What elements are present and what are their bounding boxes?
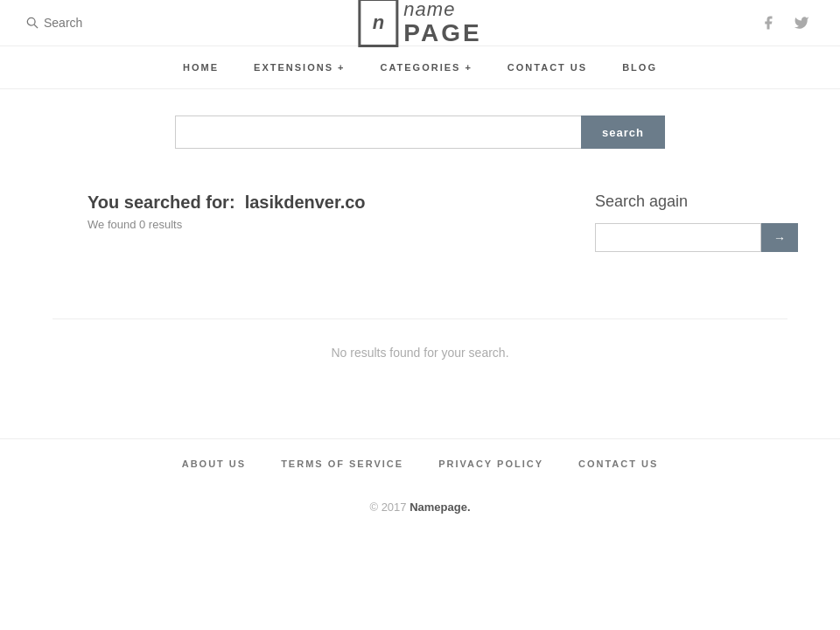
- social-links: [756, 10, 814, 35]
- search-label: Search: [44, 16, 82, 30]
- footer-nav-privacy[interactable]: PRIVACY POLICY: [438, 458, 543, 469]
- svg-point-0: [27, 18, 35, 25]
- logo-text: name PAGE: [403, 0, 481, 46]
- no-results-message: No results found for your search.: [52, 319, 788, 368]
- site-header: Search n name PAGE: [0, 0, 840, 46]
- you-searched-text: You searched for: lasikdenver.co: [88, 192, 560, 213]
- results-count: We found 0 results: [88, 218, 560, 231]
- search-again-button[interactable]: →: [761, 223, 798, 252]
- main-content: You searched for: lasikdenver.co We foun…: [18, 175, 822, 368]
- copyright-text: © 2017: [369, 500, 410, 514]
- facebook-icon[interactable]: [756, 10, 780, 35]
- search-again-bar: →: [595, 223, 752, 252]
- search-bar: search: [175, 116, 665, 149]
- nav-item-home[interactable]: HOME: [183, 62, 219, 73]
- search-result-left: You searched for: lasikdenver.co We foun…: [88, 192, 560, 266]
- search-section: search: [0, 89, 840, 175]
- copyright-brand-link[interactable]: Namepage.: [410, 500, 470, 514]
- results-section: You searched for: lasikdenver.co We foun…: [52, 175, 788, 318]
- nav-item-contact[interactable]: CONTACT US: [508, 62, 587, 73]
- footer-copyright: © 2017 Namepage.: [0, 488, 840, 540]
- search-icon: [26, 17, 38, 29]
- footer-nav-contact[interactable]: CONTACT US: [578, 458, 658, 469]
- search-again-input[interactable]: [595, 223, 761, 252]
- logo-icon: n: [358, 0, 398, 47]
- you-searched-prefix: You searched for:: [88, 192, 235, 212]
- main-nav: HOME EXTENSIONS + CATEGORIES + CONTACT U…: [0, 46, 840, 89]
- twitter-icon[interactable]: [789, 10, 814, 35]
- footer-nav: ABOUT US TERMS OF SERVICE PRIVACY POLICY…: [0, 438, 840, 488]
- search-query: lasikdenver.co: [245, 192, 366, 212]
- no-results-text: No results found for your search.: [52, 346, 788, 360]
- nav-item-extensions[interactable]: EXTENSIONS +: [254, 62, 345, 73]
- footer-nav-about[interactable]: ABOUT US: [182, 458, 246, 469]
- header-search[interactable]: Search: [26, 16, 82, 30]
- site-footer: ABOUT US TERMS OF SERVICE PRIVACY POLICY…: [0, 438, 840, 540]
- search-input[interactable]: [175, 116, 581, 149]
- nav-item-blog[interactable]: BLOG: [622, 62, 657, 73]
- logo[interactable]: n name PAGE: [358, 0, 481, 47]
- footer-nav-terms[interactable]: TERMS OF SERVICE: [281, 458, 403, 469]
- svg-line-1: [34, 24, 38, 28]
- search-again: Search again →: [560, 192, 752, 252]
- nav-item-categories[interactable]: CATEGORIES +: [380, 62, 472, 73]
- search-button[interactable]: search: [581, 116, 665, 149]
- search-again-title: Search again: [595, 192, 752, 211]
